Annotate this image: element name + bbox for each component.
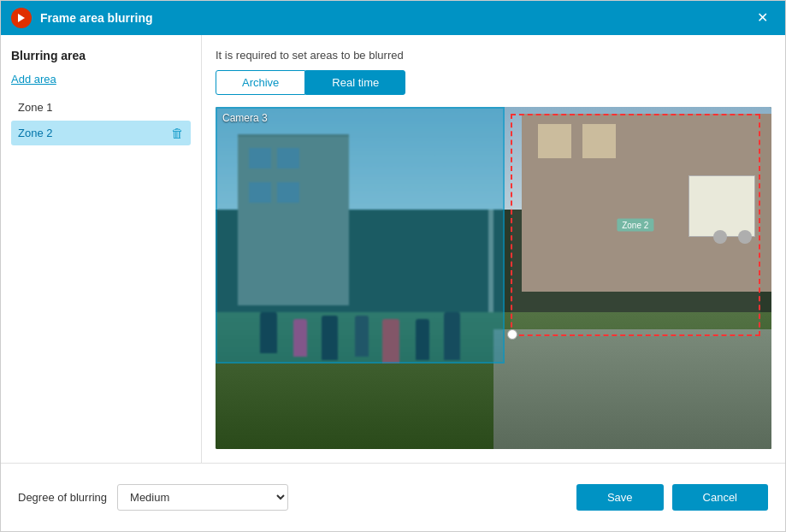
title-bar: Frame area blurring ✕ bbox=[1, 1, 785, 35]
close-button[interactable]: ✕ bbox=[750, 8, 775, 28]
app-logo bbox=[11, 8, 32, 28]
cancel-button[interactable]: Cancel bbox=[672, 484, 768, 511]
zone1-overlay bbox=[216, 107, 505, 364]
zone-item-2[interactable]: Zone 2 🗑 bbox=[11, 121, 191, 145]
instruction-text: It is required to set areas to be blurre… bbox=[216, 49, 771, 62]
zone-list: Zone 1 Zone 2 🗑 bbox=[11, 96, 191, 145]
zone2-overlay: Zone 2 bbox=[511, 114, 761, 336]
add-area-link[interactable]: Add area bbox=[11, 73, 191, 86]
tab-row: Archive Real time bbox=[216, 70, 771, 95]
dialog-content: Blurring area Add area Zone 1 Zone 2 🗑 I… bbox=[1, 35, 785, 463]
tab-realtime[interactable]: Real time bbox=[305, 70, 405, 95]
zone2-inner-label: Zone 2 bbox=[617, 219, 653, 232]
main-area: It is required to set areas to be blurre… bbox=[202, 35, 785, 463]
tab-archive[interactable]: Archive bbox=[216, 70, 305, 95]
frame-area-blurring-dialog: Frame area blurring ✕ Blurring area Add … bbox=[0, 0, 786, 532]
scene-road bbox=[493, 329, 771, 449]
camera-view: Zone 2 Camera 3 bbox=[216, 107, 771, 449]
save-button[interactable]: Save bbox=[576, 484, 664, 511]
zone1-blur bbox=[217, 109, 503, 362]
delete-zone-icon[interactable]: 🗑 bbox=[171, 126, 184, 140]
footer-right: Save Cancel bbox=[576, 484, 768, 511]
degree-label: Degree of blurring bbox=[18, 491, 107, 504]
zone-item-1[interactable]: Zone 1 bbox=[11, 96, 191, 119]
zone-2-label: Zone 2 bbox=[18, 127, 52, 139]
footer-left: Degree of blurring Low Medium High bbox=[18, 484, 288, 511]
zone-1-label: Zone 1 bbox=[18, 101, 52, 114]
dialog-title: Frame area blurring bbox=[40, 11, 750, 25]
footer: Degree of blurring Low Medium High Save … bbox=[1, 463, 785, 531]
svg-marker-0 bbox=[18, 14, 25, 22]
degree-select[interactable]: Low Medium High bbox=[117, 484, 288, 511]
sidebar: Blurring area Add area Zone 1 Zone 2 🗑 bbox=[1, 35, 202, 463]
zone2-resize-handle[interactable] bbox=[507, 329, 517, 340]
sidebar-title: Blurring area bbox=[11, 49, 191, 62]
camera-label: Camera 3 bbox=[222, 112, 268, 124]
